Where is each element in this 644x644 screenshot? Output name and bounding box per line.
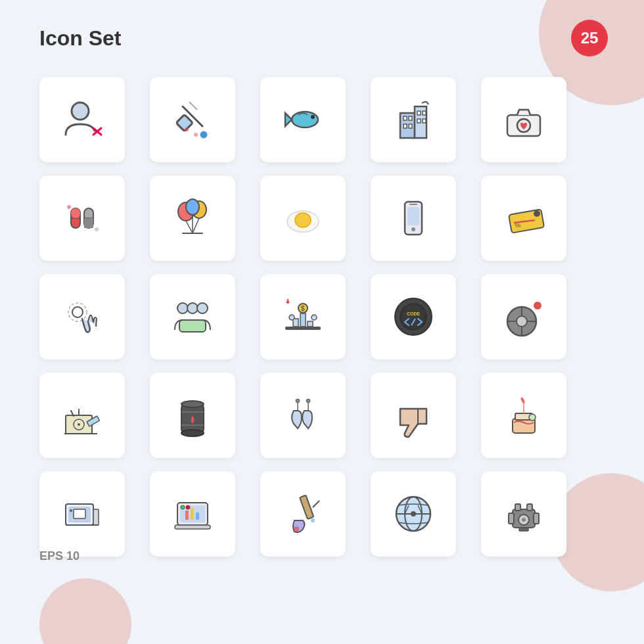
svg-point-92 xyxy=(306,399,310,403)
icon-balloons[interactable] xyxy=(150,175,235,261)
svg-point-51 xyxy=(177,303,188,313)
icon-brush-tool[interactable] xyxy=(260,471,346,557)
icon-data-laptop[interactable] xyxy=(150,471,235,557)
svg-point-0 xyxy=(72,103,89,120)
svg-point-98 xyxy=(529,414,536,421)
svg-point-43 xyxy=(411,227,415,231)
page-title: Icon Set xyxy=(39,26,121,51)
icon-camera-heart[interactable] xyxy=(481,77,566,162)
svg-rect-127 xyxy=(534,513,539,524)
svg-rect-109 xyxy=(191,508,194,520)
svg-point-50 xyxy=(68,303,87,321)
svg-point-62 xyxy=(311,315,317,320)
svg-rect-4 xyxy=(176,114,193,131)
svg-rect-124 xyxy=(515,504,520,511)
svg-point-111 xyxy=(181,505,185,509)
svg-point-76 xyxy=(534,302,541,310)
svg-point-7 xyxy=(185,127,189,131)
icons-grid: % xyxy=(39,77,578,557)
svg-rect-57 xyxy=(300,313,306,327)
svg-point-52 xyxy=(187,303,198,313)
svg-marker-64 xyxy=(286,299,290,303)
svg-point-116 xyxy=(311,518,315,522)
svg-point-71 xyxy=(517,316,527,327)
icon-fish[interactable] xyxy=(260,77,346,162)
icon-team[interactable] xyxy=(150,274,235,359)
svg-point-120 xyxy=(411,511,416,517)
svg-point-9 xyxy=(292,112,318,127)
icon-capsules[interactable] xyxy=(39,175,125,261)
svg-rect-108 xyxy=(185,511,189,520)
svg-rect-21 xyxy=(423,119,426,123)
svg-point-79 xyxy=(78,423,80,426)
icon-code-badge[interactable]: CODE xyxy=(371,274,456,359)
svg-point-34 xyxy=(186,199,199,215)
icon-eyedropper[interactable] xyxy=(150,77,235,162)
svg-line-36 xyxy=(193,218,199,233)
svg-rect-14 xyxy=(403,116,407,120)
icon-discount-tag[interactable]: % xyxy=(481,175,566,261)
svg-rect-18 xyxy=(417,111,421,115)
icon-crowdfunding[interactable]: $ xyxy=(260,274,346,359)
svg-point-11 xyxy=(311,115,315,119)
svg-point-30 xyxy=(67,205,71,209)
svg-rect-16 xyxy=(403,124,407,128)
svg-point-31 xyxy=(95,227,99,231)
svg-rect-19 xyxy=(423,111,426,115)
svg-rect-125 xyxy=(527,504,532,511)
icon-earrings[interactable] xyxy=(260,373,346,458)
icon-cake[interactable] xyxy=(481,373,566,458)
badge-number: 25 xyxy=(571,20,608,57)
svg-point-53 xyxy=(197,303,208,313)
icon-dislike[interactable] xyxy=(371,373,456,458)
icon-user-remove[interactable] xyxy=(39,77,125,162)
icon-wheel[interactable] xyxy=(481,274,566,359)
svg-rect-101 xyxy=(74,509,85,518)
icon-fried-egg[interactable] xyxy=(260,175,346,261)
svg-point-48 xyxy=(534,210,540,217)
svg-rect-56 xyxy=(293,319,298,327)
svg-point-61 xyxy=(289,315,294,320)
icon-engine[interactable] xyxy=(481,471,566,557)
svg-line-35 xyxy=(186,221,193,233)
icon-buildings[interactable] xyxy=(371,77,456,162)
icon-mobile[interactable] xyxy=(371,175,456,261)
svg-point-5 xyxy=(200,131,207,138)
svg-marker-10 xyxy=(285,113,292,126)
svg-rect-29 xyxy=(84,218,93,228)
svg-rect-130 xyxy=(519,528,528,531)
svg-point-115 xyxy=(294,526,299,532)
icon-design-tools[interactable] xyxy=(39,373,125,458)
svg-rect-42 xyxy=(407,207,419,225)
svg-rect-54 xyxy=(179,320,206,332)
svg-point-129 xyxy=(522,518,526,522)
svg-line-114 xyxy=(313,501,319,507)
svg-rect-20 xyxy=(417,119,421,123)
svg-point-112 xyxy=(186,505,190,509)
svg-rect-15 xyxy=(409,116,412,120)
svg-point-67 xyxy=(402,305,425,329)
svg-rect-102 xyxy=(93,509,99,525)
svg-rect-113 xyxy=(300,495,313,519)
svg-point-8 xyxy=(194,133,198,137)
svg-line-6 xyxy=(189,102,197,110)
svg-point-91 xyxy=(296,399,300,403)
svg-point-104 xyxy=(70,509,72,512)
icon-cad[interactable] xyxy=(39,471,125,557)
svg-text:CODE: CODE xyxy=(407,311,421,316)
svg-point-85 xyxy=(181,401,204,407)
footer-text: EPS 10 xyxy=(39,549,80,563)
svg-point-40 xyxy=(295,213,311,227)
svg-point-49 xyxy=(72,307,83,317)
svg-rect-58 xyxy=(308,321,313,327)
icon-oil-barrel[interactable] xyxy=(150,373,235,458)
svg-rect-110 xyxy=(196,513,199,520)
svg-text:$: $ xyxy=(301,305,305,312)
svg-point-86 xyxy=(181,430,204,436)
svg-rect-107 xyxy=(175,525,210,529)
icon-globe[interactable] xyxy=(371,471,456,557)
svg-rect-17 xyxy=(409,124,412,128)
svg-rect-126 xyxy=(509,513,514,524)
svg-rect-28 xyxy=(71,208,80,218)
icon-touch-gesture[interactable] xyxy=(39,274,125,359)
